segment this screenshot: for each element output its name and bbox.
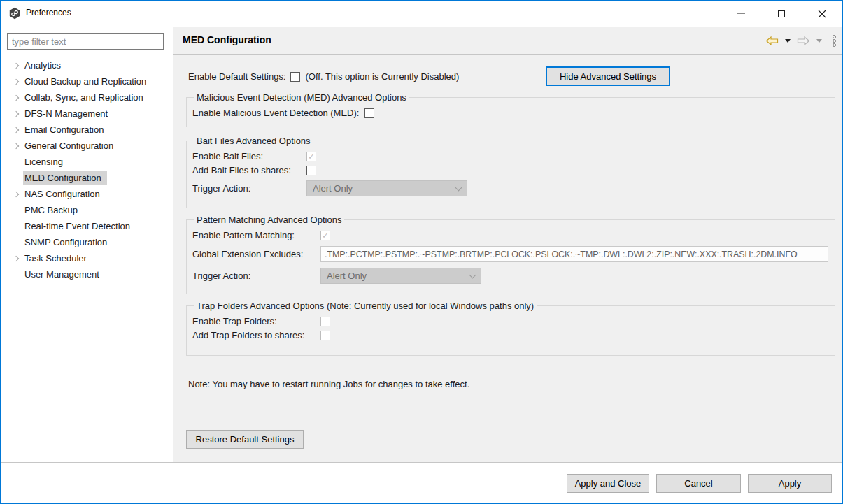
category-tree: Analytics Cloud Backup and Replication C… xyxy=(1,57,173,282)
restart-jobs-note: Note: You may have to restart running Jo… xyxy=(188,379,469,389)
app-hexagon-link-icon xyxy=(8,7,21,20)
bait-trigger-action-select: Alert Only xyxy=(306,180,467,196)
med-advanced-options-group: Malicious Event Detection (MED) Advanced… xyxy=(186,92,835,127)
back-arrow-icon[interactable] xyxy=(765,36,779,45)
bait-trigger-action-value: Alert Only xyxy=(313,183,353,194)
sidebar-item-med-configuration[interactable]: MED Configuration xyxy=(1,170,173,186)
sidebar-item-general-configuration[interactable]: General Configuration xyxy=(1,138,173,154)
default-settings-status-text: (Off. This option is Currently Disabled) xyxy=(305,71,459,82)
chevron-right-icon[interactable] xyxy=(10,80,23,84)
enable-pattern-matching-label: Enable Pattern Matching: xyxy=(192,230,320,240)
ring-dot xyxy=(833,35,836,38)
chevron-down-icon xyxy=(455,184,462,191)
sidebar-item-analytics[interactable]: Analytics xyxy=(1,57,173,73)
view-menu-icon[interactable] xyxy=(833,35,836,47)
add-trap-folders-label: Add Trap Folders to shares: xyxy=(192,330,320,340)
enable-bait-files-label: Enable Bait Files: xyxy=(192,151,306,161)
global-extension-excludes-label: Global Extension Excludes: xyxy=(192,249,320,259)
add-trap-folders-checkbox xyxy=(320,331,330,340)
global-extension-excludes-row: Global Extension Excludes: xyxy=(192,246,829,262)
window-title: Preferences xyxy=(26,8,71,17)
add-bait-files-checkbox[interactable] xyxy=(306,166,316,175)
hide-advanced-settings-button[interactable]: Hide Advanced Settings xyxy=(546,66,670,86)
bait-trigger-action-label: Trigger Action: xyxy=(192,183,306,194)
chevron-right-icon[interactable] xyxy=(10,64,23,68)
minimize-button[interactable] xyxy=(721,1,761,27)
title-bar: Preferences xyxy=(1,1,842,27)
enable-pattern-matching-row: Enable Pattern Matching: xyxy=(192,230,829,240)
trap-folders-group: Trap Folders Advanced Options (Note: Cur… xyxy=(186,301,835,356)
chevron-right-icon[interactable] xyxy=(10,128,23,132)
cancel-button[interactable]: Cancel xyxy=(656,474,741,493)
preferences-sidebar: Analytics Cloud Backup and Replication C… xyxy=(1,27,173,462)
trap-folders-group-title: Trap Folders Advanced Options (Note: Cur… xyxy=(194,301,537,311)
add-bait-files-row: Add Bait Files to shares: xyxy=(192,165,829,175)
header-toolbar xyxy=(765,27,836,55)
sidebar-item-snmp-configuration[interactable]: SNMP Configuration xyxy=(1,234,173,250)
add-trap-folders-row: Add Trap Folders to shares: xyxy=(192,330,829,340)
minimize-icon xyxy=(737,13,745,14)
enable-default-settings-checkbox[interactable] xyxy=(290,72,300,82)
enable-trap-folders-row: Enable Trap Folders: xyxy=(192,316,829,326)
restore-default-settings-button[interactable]: Restore Default Settings xyxy=(186,430,304,449)
pattern-matching-group: Pattern Matching Advanced Options Enable… xyxy=(186,215,835,294)
apply-button[interactable]: Apply xyxy=(748,474,832,493)
maximize-button[interactable] xyxy=(761,1,802,27)
bait-files-group-title: Bait Files Advanced Options xyxy=(194,136,313,146)
dialog-button-bar: Apply and Close Cancel Apply xyxy=(1,462,842,503)
enable-bait-files-checkbox xyxy=(306,152,316,161)
enable-med-row: Enable Malicious Event Detection (MED): xyxy=(192,108,829,118)
enable-pattern-matching-checkbox xyxy=(320,231,330,240)
pattern-trigger-action-select: Alert Only xyxy=(320,268,481,284)
enable-bait-files-row: Enable Bait Files: xyxy=(192,151,829,161)
ring-dot xyxy=(833,43,836,47)
ring-dot xyxy=(833,39,836,43)
page-header: MED Configuration xyxy=(173,27,843,55)
chevron-down-icon xyxy=(469,271,476,278)
maximize-icon xyxy=(778,10,785,17)
pattern-trigger-action-label: Trigger Action: xyxy=(192,271,320,281)
pattern-matching-group-title: Pattern Matching Advanced Options xyxy=(194,215,344,225)
bait-trigger-action-row: Trigger Action: Alert Only xyxy=(192,180,829,196)
sidebar-item-cloud-backup-and-replication[interactable]: Cloud Backup and Replication xyxy=(1,73,173,89)
page-title: MED Configuration xyxy=(183,34,271,45)
add-bait-files-label: Add Bait Files to shares: xyxy=(192,165,306,175)
chevron-right-icon[interactable] xyxy=(10,96,23,100)
sidebar-item-collab-sync-and-replication[interactable]: Collab, Sync, and Replication xyxy=(1,89,173,106)
sidebar-item-nas-configuration[interactable]: NAS Configuration xyxy=(1,186,173,202)
close-button[interactable] xyxy=(802,1,842,27)
back-history-dropdown-icon[interactable] xyxy=(785,39,791,43)
sidebar-item-pmc-backup[interactable]: PMC Backup xyxy=(1,202,173,218)
bait-files-group: Bait Files Advanced Options Enable Bait … xyxy=(186,136,835,208)
enable-med-checkbox[interactable] xyxy=(364,108,374,118)
forward-history-dropdown-icon[interactable] xyxy=(816,39,822,43)
enable-default-settings-row: Enable Default Settings: (Off. This opti… xyxy=(188,67,459,86)
chevron-right-icon[interactable] xyxy=(10,192,23,196)
pattern-trigger-action-value: Alert Only xyxy=(327,271,367,281)
sidebar-item-user-management[interactable]: User Management xyxy=(1,266,173,282)
sidebar-item-task-scheduler[interactable]: Task Scheduler xyxy=(1,250,173,266)
apply-and-close-button[interactable]: Apply and Close xyxy=(567,474,649,493)
enable-trap-folders-label: Enable Trap Folders: xyxy=(192,316,320,326)
sidebar-item-dfs-n-management[interactable]: DFS-N Management xyxy=(1,106,173,122)
chevron-right-icon[interactable] xyxy=(10,144,23,148)
enable-trap-folders-checkbox xyxy=(320,317,330,326)
close-icon xyxy=(818,10,826,18)
filter-input[interactable] xyxy=(7,33,164,50)
preferences-window: Preferences Analytics Cloud Backup and R… xyxy=(0,0,843,504)
enable-default-settings-label: Enable Default Settings: xyxy=(188,71,285,82)
pattern-trigger-action-row: Trigger Action: Alert Only xyxy=(192,268,829,284)
sidebar-item-real-time-event-detection[interactable]: Real-time Event Detection xyxy=(1,218,173,234)
sidebar-item-email-configuration[interactable]: Email Configuration xyxy=(1,122,173,138)
window-controls xyxy=(721,1,842,27)
chevron-right-icon[interactable] xyxy=(10,257,23,261)
global-extension-excludes-input[interactable] xyxy=(320,246,828,262)
med-configuration-page: Enable Default Settings: (Off. This opti… xyxy=(173,55,843,462)
sidebar-item-licensing[interactable]: Licensing xyxy=(1,154,173,170)
chevron-right-icon[interactable] xyxy=(10,112,23,116)
forward-arrow-icon[interactable] xyxy=(797,36,810,45)
enable-med-label: Enable Malicious Event Detection (MED): xyxy=(192,108,359,118)
med-group-title: Malicious Event Detection (MED) Advanced… xyxy=(194,92,409,103)
